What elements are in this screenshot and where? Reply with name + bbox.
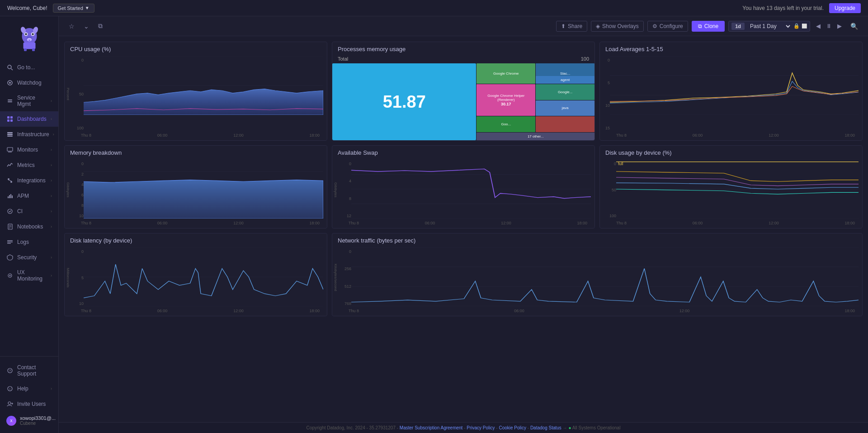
chevron-right-icon: › (51, 99, 52, 103)
time-next-button[interactable]: ▶ (835, 22, 844, 30)
treemap-total-value: 100 (581, 56, 589, 62)
treemap-total-label: Total (338, 56, 348, 62)
share-button[interactable]: ⬆ Share (556, 21, 587, 32)
widget-swap-body: Gibibytes 12 8 4 0 (332, 158, 594, 228)
star-button[interactable]: ☆ (66, 21, 77, 32)
time-navigation: ◀ ⏸ ▶ (814, 22, 844, 30)
sidebar-label-ci: CI (17, 208, 23, 214)
sidebar-item-help[interactable]: i Help › (0, 381, 58, 396)
sidebar-item-go-to[interactable]: Go to... (0, 60, 58, 75)
sidebar-label-service-mgmt: Service Mgmt (17, 95, 47, 107)
sidebar-item-metrics[interactable]: Metrics › (0, 157, 58, 173)
chevron-right-icon-2: › (51, 117, 52, 121)
widget-swap-title: Available Swap (338, 149, 378, 156)
sidebar-item-ci[interactable]: CI › (0, 204, 58, 219)
copy-button[interactable]: ⧉ (95, 20, 105, 32)
sidebar-item-monitors[interactable]: Monitors › (0, 142, 58, 157)
footer-link-privacy[interactable]: Privacy Policy (467, 425, 495, 430)
widget-load-title: Load Averages 1-5-15 (605, 46, 663, 52)
time-expand-icon: ⬜ (802, 24, 807, 29)
svg-text:?: ? (9, 369, 11, 373)
integrations-icon (6, 177, 14, 184)
svg-point-47 (9, 275, 11, 276)
content-area: ☆ ⌄ ⧉ ⬆ Share ◈ Show Overlays ⚙ (59, 16, 868, 433)
sidebar-item-security[interactable]: Security › (0, 250, 58, 265)
chevron-right-icon-9: › (51, 224, 52, 229)
sidebar-item-watchdog[interactable]: Watchdog (0, 75, 58, 90)
treemap-cell-google: Google... (536, 84, 594, 100)
treemap-main-cell: 51.87 (332, 63, 476, 140)
disk-chart (616, 160, 859, 220)
widget-cpu-title: CPU usage (%) (70, 46, 111, 52)
dashboard-content: CPU usage (%) Percent 100 50 0 (59, 36, 868, 422)
time-pause-button[interactable]: ⏸ (824, 22, 834, 30)
search-icon (6, 64, 14, 71)
svg-rect-18 (8, 100, 12, 100)
network-chart (351, 247, 859, 308)
sidebar-bottom: ? Contact Support i Help › Invite Users … (0, 356, 58, 433)
svg-point-5 (32, 33, 34, 35)
sidebar-item-apm[interactable]: APM › (0, 188, 58, 204)
treemap-cell-others: 17 other... (476, 133, 594, 140)
copy-icon: ⧉ (98, 22, 103, 30)
configure-button[interactable]: ⚙ Configure (647, 21, 688, 32)
user-avatar: x (6, 416, 16, 426)
sidebar-item-dashboards[interactable]: Dashboards › (0, 111, 58, 127)
svg-rect-44 (7, 242, 13, 243)
main-layout: Go to... Watchdog Service Mgmt › Dashboa… (0, 16, 868, 433)
sidebar-item-service-mgmt[interactable]: Service Mgmt › (0, 90, 58, 111)
footer-link-status[interactable]: Datadog Status (530, 425, 561, 430)
swap-y-labels: 12 8 4 0 (339, 160, 351, 220)
lock-icon: 🔒 (793, 23, 800, 29)
sidebar-item-logs[interactable]: Logs (0, 234, 58, 250)
star-icon: ☆ (69, 23, 75, 30)
widget-available-swap: Available Swap Gibibytes 12 8 4 0 (332, 145, 595, 228)
svg-point-52 (8, 402, 11, 404)
chevron-right-icon-8: › (51, 209, 52, 214)
clone-button[interactable]: ⧉ Clone (692, 21, 725, 32)
datadog-logo (16, 25, 43, 52)
search-zoom-button[interactable]: 🔍 (848, 21, 861, 32)
footer-link-master-agreement[interactable]: Master Subscription Agreement (400, 425, 463, 430)
time-range-select[interactable]: Past 1 Day Past 1 Hour Past 4 Hours Past… (746, 23, 792, 30)
sidebar-item-integrations[interactable]: Integrations › (0, 173, 58, 188)
sidebar-label-security: Security (17, 254, 37, 261)
upgrade-button[interactable]: Upgrade (829, 3, 861, 13)
widget-memory-title: Memory breakdown (70, 149, 122, 156)
svg-rect-21 (10, 116, 13, 119)
svg-point-32 (10, 181, 12, 183)
footer-link-cookie[interactable]: Cookie Policy (499, 425, 526, 430)
get-started-button[interactable]: Get Started ▼ (53, 4, 94, 13)
logs-icon (6, 238, 14, 246)
svg-rect-37 (12, 195, 13, 198)
network-y-axis-label: Kilobytes/second (332, 247, 339, 308)
time-1d-button[interactable]: 1d (731, 23, 745, 30)
sidebar-item-contact-support[interactable]: ? Contact Support (0, 360, 58, 381)
widget-disk-latency: Disk latency (by device) Milliseconds 10… (64, 233, 327, 316)
chevron-right-icon-4: › (51, 148, 52, 152)
cpu-y-axis-label: Percent (65, 56, 71, 132)
widget-load-averages: Load Averages 1-5-15 15 10 5 0 (599, 42, 863, 141)
sidebar-label-help: Help (17, 385, 28, 392)
widget-processes-title: Processes memory usage (338, 46, 406, 52)
user-profile-item[interactable]: x xowopi3301@... Cubene (0, 412, 58, 429)
latency-y-axis-label: Milliseconds (65, 247, 71, 308)
sidebar-item-notebooks[interactable]: Notebooks › (0, 219, 58, 234)
show-overlays-button[interactable]: ◈ Show Overlays (591, 21, 644, 32)
svg-rect-43 (7, 240, 13, 241)
swap-y-axis-label: Gibibytes (332, 160, 339, 220)
sidebar-item-invite-users[interactable]: Invite Users (0, 396, 58, 412)
sidebar-item-infrastructure[interactable]: Infrastructure › (0, 127, 58, 142)
sidebar-item-ux-monitoring[interactable]: UX Monitoring › (0, 265, 58, 286)
nav-down-button[interactable]: ⌄ (81, 21, 92, 32)
sidebar-label-notebooks: Notebooks (17, 224, 43, 230)
toolbar-right: ⬆ Share ◈ Show Overlays ⚙ Configure ⧉ Cl… (556, 21, 861, 32)
widget-network-body: Kilobytes/second 768 512 256 0 (332, 246, 862, 316)
latency-y-labels: 10 5 0 (71, 247, 84, 308)
svg-rect-19 (8, 101, 12, 102)
service-mgmt-icon (6, 97, 14, 105)
network-x-labels: Thu 8 06:00 12:00 18:00 (332, 308, 859, 314)
chevron-down-icon: ⌄ (84, 23, 89, 30)
time-prev-button[interactable]: ◀ (814, 22, 823, 30)
widget-disk-header: Disk usage by device (%) (600, 146, 862, 158)
